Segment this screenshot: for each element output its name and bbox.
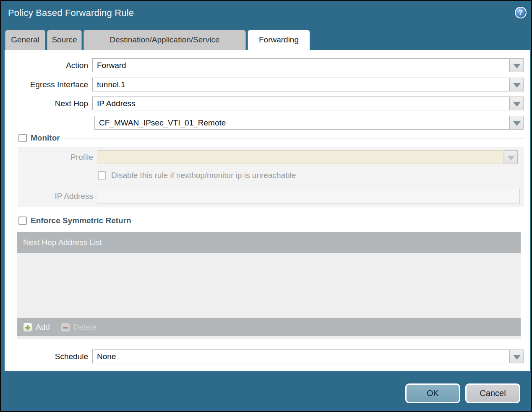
add-button[interactable]: Add — [23, 323, 50, 332]
chevron-down-icon — [513, 64, 521, 68]
chevron-down-icon — [507, 156, 515, 160]
monitor-section-header: Monitor — [18, 133, 63, 143]
delete-button: Delete — [61, 323, 96, 332]
next-hop-type-select[interactable]: IP Address — [92, 96, 510, 110]
next-hop-address-dropdown-button[interactable] — [510, 116, 524, 130]
egress-interface-dropdown-button[interactable] — [510, 78, 524, 91]
next-hop-label: Next Hop — [5, 96, 88, 110]
next-hop-address-list[interactable] — [17, 253, 521, 318]
tab-source[interactable]: Source — [47, 30, 82, 50]
add-button-label: Add — [36, 323, 50, 332]
disable-rule-checkbox[interactable] — [98, 171, 106, 180]
monitor-section-divider — [17, 138, 525, 138]
next-hop-address-list-toolbar: Add Delete — [17, 318, 521, 336]
tab-forwarding[interactable]: Forwarding — [248, 30, 310, 50]
list-bottom-strip — [17, 336, 521, 339]
monitor-ip-address-label: IP Address — [18, 189, 93, 203]
egress-interface-label: Egress Interface — [5, 78, 88, 91]
symmetric-return-checkbox[interactable] — [18, 216, 27, 225]
forwarding-tab-panel: Action Forward Egress Interface tunnel.1… — [5, 50, 530, 371]
schedule-dropdown-button[interactable] — [510, 349, 524, 363]
next-hop-address-select[interactable]: CF_MWAN_IPsec_VTI_01_Remote — [94, 116, 510, 130]
tab-bar: General Source Destination/Application/S… — [5, 30, 310, 50]
chevron-down-icon — [513, 355, 521, 360]
next-hop-type-dropdown-button[interactable] — [510, 96, 524, 110]
pbf-rule-dialog: Policy Based Forwarding Rule ? General S… — [0, 0, 532, 412]
next-hop-address-list-header: Next Hop Address List — [17, 232, 521, 253]
question-mark-glyph: ? — [519, 8, 523, 16]
schedule-label: Schedule — [5, 349, 88, 363]
minus-icon — [61, 323, 70, 332]
monitor-panel: Profile Disable this rule if nexthop/mon… — [18, 147, 524, 207]
monitor-title: Monitor — [31, 133, 60, 143]
action-select[interactable]: Forward — [92, 58, 510, 72]
plus-icon — [23, 323, 32, 332]
tab-destination-application-service[interactable]: Destination/Application/Service — [83, 30, 246, 50]
profile-dropdown-button — [504, 150, 518, 164]
ok-button[interactable]: OK — [405, 383, 460, 403]
bottom-strip — [1, 408, 531, 411]
cancel-button[interactable]: Cancel — [465, 383, 520, 403]
delete-button-label: Delete — [73, 323, 96, 332]
disable-rule-row: Disable this rule if nexthop/monitor ip … — [98, 171, 296, 180]
egress-interface-select[interactable]: tunnel.1 — [92, 78, 510, 91]
chevron-down-icon — [513, 102, 521, 107]
disable-rule-label: Disable this rule if nexthop/monitor ip … — [111, 171, 296, 180]
monitor-ip-address-input — [97, 189, 520, 203]
symmetric-return-section-header: Enforce Symmetric Return — [18, 216, 135, 225]
profile-select — [97, 150, 504, 164]
help-icon[interactable]: ? — [515, 7, 527, 18]
chevron-down-icon — [513, 83, 521, 88]
dialog-title: Policy Based Forwarding Rule — [8, 8, 134, 18]
symmetric-return-title: Enforce Symmetric Return — [31, 216, 131, 225]
monitor-checkbox[interactable] — [18, 134, 27, 142]
profile-label: Profile — [18, 150, 93, 164]
tab-general[interactable]: General — [5, 30, 45, 50]
action-label: Action — [5, 58, 88, 72]
schedule-select[interactable]: None — [92, 349, 510, 363]
action-dropdown-button[interactable] — [510, 58, 524, 72]
chevron-down-icon — [513, 121, 521, 126]
